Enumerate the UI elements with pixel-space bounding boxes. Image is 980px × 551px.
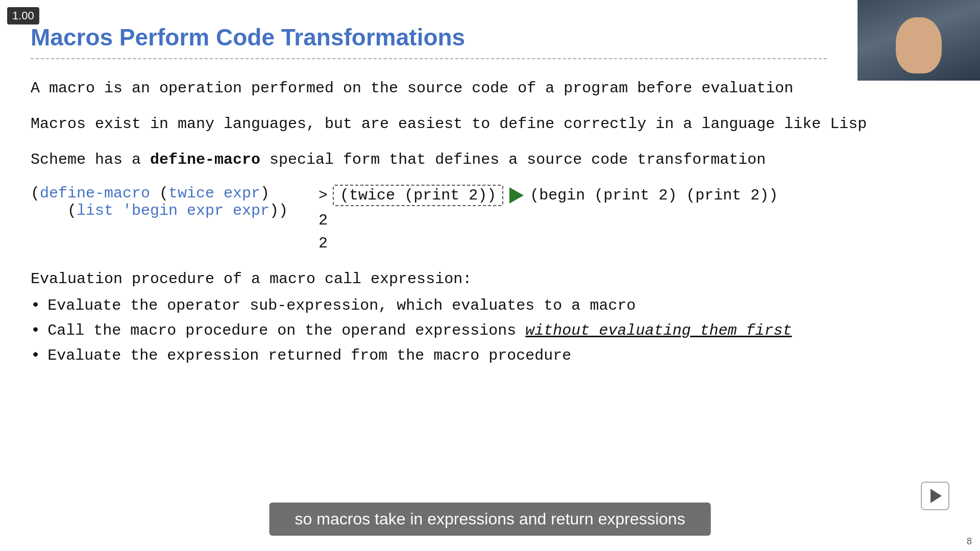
twice-keyword: twice expr (168, 185, 260, 202)
repl-output-nums: 2 2 (318, 209, 778, 255)
eval-title: Evaluation procedure of a macro call exp… (31, 270, 949, 288)
bullet-text-1: Evaluate the operator sub-expression, wh… (47, 297, 635, 314)
repl-input-row: > (twice (print 2)) (begin (print 2) (pr… (318, 185, 778, 206)
repl-output-expression: (begin (print 2) (print 2)) (530, 187, 778, 204)
bullet-text-3: Evaluate the expression returned from th… (47, 347, 571, 364)
without-evaluating-emphasis: without evaluating them first (525, 322, 792, 339)
evaluation-section: Evaluation procedure of a macro call exp… (31, 270, 949, 365)
bullet-dot-1: • (31, 296, 40, 315)
slide-title: Macros Perform Code Transformations (31, 23, 949, 51)
title-divider (31, 58, 827, 59)
page-number: 8 (967, 536, 972, 547)
paragraph-3: Scheme has a define-macro special form t… (31, 149, 949, 170)
bullet-dot-3: • (31, 346, 40, 365)
code-section: (define-macro (twice expr) (list 'begin … (31, 185, 949, 255)
repl-prompt: > (318, 187, 328, 204)
repl-input-expression: (twice (print 2)) (333, 185, 503, 206)
bullet-3: • Evaluate the expression returned from … (31, 346, 949, 365)
output-num-1: 2 (318, 209, 778, 232)
code-line-1: (define-macro (twice expr) (31, 185, 288, 202)
bullet-text-2: Call the macro procedure on the operand … (47, 322, 792, 339)
code-line-2: (list 'begin expr expr)) (31, 202, 288, 219)
play-icon (930, 489, 942, 503)
slide-content: Macros Perform Code Transformations A ma… (0, 0, 980, 551)
transformation-arrow-icon (509, 187, 524, 204)
caption-bar: so macros take in expressions and return… (270, 503, 711, 536)
paragraph-1: A macro is an operation performed on the… (31, 78, 949, 99)
define-macro-keyword: define-macro (40, 185, 150, 202)
bullet-dot-2: • (31, 321, 40, 340)
repl-section: > (twice (print 2)) (begin (print 2) (pr… (318, 185, 778, 255)
list-keyword: list 'begin expr expr (77, 202, 270, 219)
define-macro-bold: define-macro (150, 151, 260, 168)
bullet-2: • Call the macro procedure on the operan… (31, 321, 949, 340)
output-num-2: 2 (318, 232, 778, 255)
bullet-1: • Evaluate the operator sub-expression, … (31, 296, 949, 315)
code-definition: (define-macro (twice expr) (list 'begin … (31, 185, 288, 219)
paragraph-2: Macros exist in many languages, but are … (31, 113, 949, 135)
play-button[interactable] (921, 482, 949, 510)
